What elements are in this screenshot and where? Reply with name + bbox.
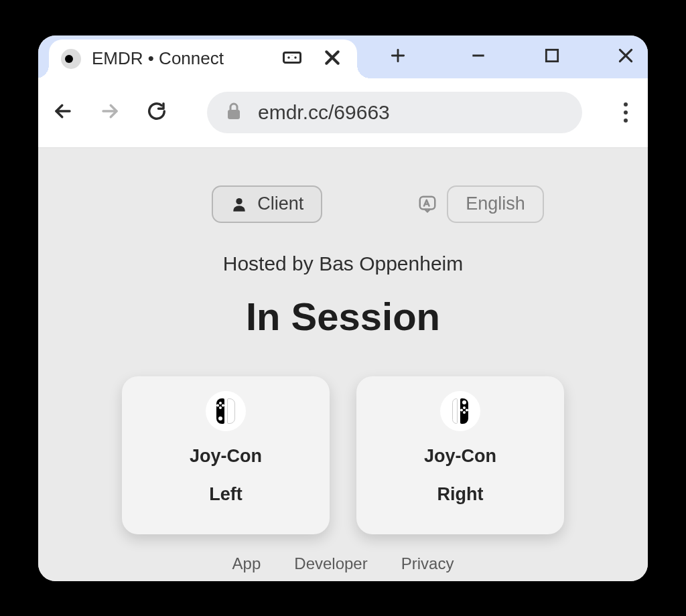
forward-button[interactable] xyxy=(100,101,120,124)
browser-tab[interactable]: EMDR • Connect xyxy=(49,40,357,78)
session-status: In Session xyxy=(246,294,440,339)
tab-favicon xyxy=(61,49,81,69)
page-content: Client English Hosted by Bas Oppenheim I… xyxy=(38,148,648,581)
client-label: Client xyxy=(257,194,303,214)
svg-rect-15 xyxy=(228,110,240,119)
minimize-icon[interactable] xyxy=(470,47,487,67)
footer-links: App Developer Privacy xyxy=(232,554,454,573)
footer-link-privacy[interactable]: Privacy xyxy=(401,554,454,573)
svg-point-2 xyxy=(294,56,297,59)
svg-point-16 xyxy=(236,198,243,204)
svg-rect-10 xyxy=(546,50,557,61)
joycon-right-icon xyxy=(440,391,480,431)
browser-menu-icon[interactable] xyxy=(618,97,633,128)
url-text: emdr.cc/69663 xyxy=(258,101,390,124)
card-subtitle: Right xyxy=(437,484,484,505)
tab-strip: EMDR • Connect xyxy=(38,35,648,78)
person-icon xyxy=(230,196,248,213)
close-tab-icon[interactable] xyxy=(322,48,342,70)
browser-window: EMDR • Connect xyxy=(38,35,648,581)
svg-rect-0 xyxy=(284,52,301,62)
language-selector[interactable]: English xyxy=(447,185,544,223)
back-button[interactable] xyxy=(53,101,73,124)
address-bar[interactable]: emdr.cc/69663 xyxy=(207,92,582,133)
new-tab-icon[interactable] xyxy=(389,47,407,67)
svg-point-1 xyxy=(287,56,290,59)
card-title: Joy-Con xyxy=(424,446,496,467)
maximize-icon[interactable] xyxy=(543,47,561,67)
client-button[interactable]: Client xyxy=(212,185,322,223)
joycon-left-card[interactable]: Joy-Con Left xyxy=(122,376,330,534)
joycon-left-icon xyxy=(206,391,246,431)
card-title: Joy-Con xyxy=(190,446,262,467)
footer-link-developer[interactable]: Developer xyxy=(294,554,367,573)
reload-button[interactable] xyxy=(147,101,167,124)
browser-toolbar: emdr.cc/69663 xyxy=(38,78,648,148)
close-window-icon[interactable] xyxy=(617,47,634,67)
media-icon[interactable] xyxy=(282,48,302,70)
card-subtitle: Left xyxy=(209,484,243,505)
hosted-by-text: Hosted by Bas Oppenheim xyxy=(223,252,464,275)
language-label: English xyxy=(466,194,525,214)
lock-icon xyxy=(226,102,242,123)
footer-link-app[interactable]: App xyxy=(232,554,261,573)
joycon-right-card[interactable]: Joy-Con Right xyxy=(356,376,564,534)
language-icon xyxy=(417,194,437,214)
tab-title: EMDR • Connect xyxy=(92,48,271,69)
